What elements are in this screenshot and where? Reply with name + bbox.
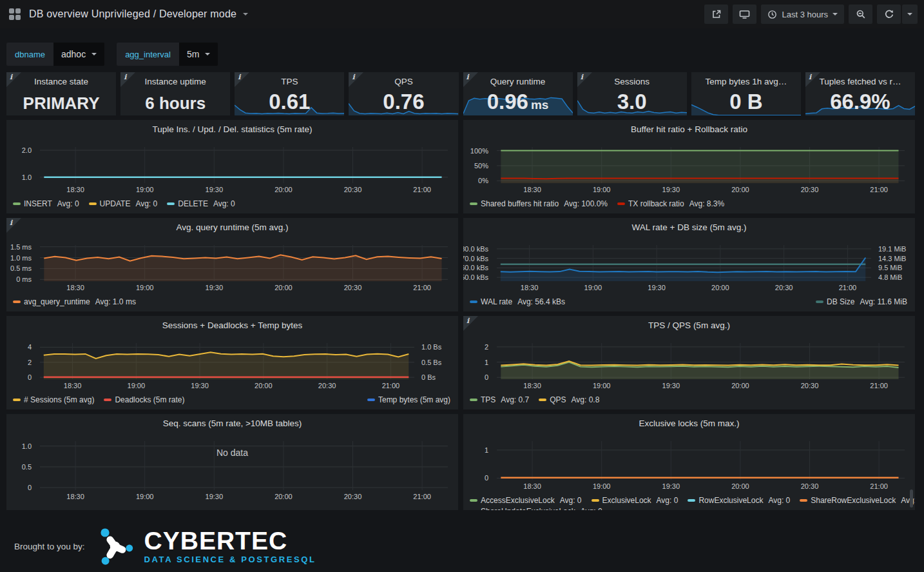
stat-panel: iQPS0.76 [349, 72, 458, 115]
stat-panel-title[interactable]: Instance uptime [120, 77, 230, 86]
chart-panel-title[interactable]: Tuple Ins. / Upd. / Del. statistics (5m … [6, 124, 458, 134]
legend: WAL rateAvg: 56.4 kBs [470, 297, 565, 306]
caret-down-button[interactable] [902, 5, 918, 24]
legend-swatch-icon [13, 399, 21, 401]
legend-series-avg: Avg: 100.0% [564, 199, 608, 208]
x-tick-label: 20:00 [731, 186, 749, 193]
variable-label: dbname [6, 43, 53, 66]
legend-item[interactable]: ShareUpdateExclusiveLockAvg: 0 [470, 507, 602, 510]
x-tick-label: 21:00 [870, 382, 888, 390]
x-tick-label: 21:00 [413, 284, 431, 291]
x-tick-label: 20:30 [344, 284, 362, 291]
chart-panel-title[interactable]: Buffer hit ratio + Rollback ratio [463, 124, 915, 134]
info-icon[interactable]: i [238, 73, 240, 81]
info-corner [120, 72, 135, 87]
stat-panel-title[interactable]: Tuples fetched vs r… [805, 77, 915, 86]
legend-item[interactable]: Temp bytes (5m avg) [367, 395, 450, 404]
legend-item[interactable]: ShareRowExclusiveLockAvg: 0 [800, 496, 915, 505]
tv-button[interactable] [733, 5, 756, 24]
chart-panel: Seq. scans (5m rate, >10MB tables)1.00.5… [6, 414, 458, 510]
info-icon[interactable]: i [124, 73, 126, 81]
chart-panel-title[interactable]: WAL rate + DB size (5m avg.) [463, 222, 915, 232]
legend-item[interactable]: avg_query_runtimeAvg: 1.0 ms [13, 297, 136, 306]
plot-area[interactable] [497, 441, 905, 480]
legend-item[interactable]: TX rollback ratioAvg: 8.3% [617, 199, 724, 208]
info-corner [805, 72, 820, 87]
x-tick-label: 21:00 [413, 186, 431, 193]
brand-name: CYBERTEC [144, 528, 316, 553]
legend-item[interactable]: TPSAvg: 0.7 [470, 395, 529, 404]
info-icon[interactable]: i [10, 219, 12, 227]
info-icon[interactable]: i [467, 317, 469, 325]
legend-item[interactable]: # Sessions (5m avg) [13, 395, 94, 404]
legend-item[interactable]: DELETEAvg: 0 [167, 199, 235, 208]
variable-dbname[interactable]: dbnameadhoc [6, 43, 104, 66]
stat-value: 3.0 [577, 91, 687, 112]
plot-area[interactable] [497, 245, 871, 281]
stat-panel-title[interactable]: Instance state [6, 77, 116, 86]
x-tick-label: 19:30 [206, 493, 224, 500]
legend-scrollbar[interactable] [910, 489, 913, 508]
x-axis: 18:3019:0019:3020:0020:3021:00 [497, 284, 871, 293]
chart-panel-title[interactable]: Seq. scans (5m rate, >10MB tables) [6, 419, 458, 428]
plot-area[interactable] [497, 343, 905, 379]
refresh-button[interactable] [877, 5, 901, 24]
plot-area[interactable] [40, 343, 414, 379]
plot-area[interactable] [40, 147, 448, 183]
legend-item[interactable]: DB SizeAvg: 11.6 MiB [816, 297, 907, 306]
dashboard-title[interactable]: DB overview Unprivileged / Developer mod… [29, 8, 236, 20]
y-tick-label: 4.8 MiB [878, 273, 902, 281]
info-icon[interactable]: i [809, 73, 811, 81]
variable-agg_interval[interactable]: agg_interval5m [117, 43, 218, 66]
y-tick-label: 1 [485, 359, 488, 366]
clock-button[interactable]: Last 3 hours [761, 5, 844, 24]
x-tick-label: 18:30 [66, 186, 84, 193]
top-navbar: DB overview Unprivileged / Developer mod… [0, 0, 924, 28]
legend-item[interactable]: RowExclusiveLockAvg: 0 [688, 496, 790, 505]
chart-panel: iAvg. query runtime (5m avg.)1.5 ms1.0 m… [6, 218, 458, 311]
chart-panel-title[interactable]: Exclusive locks (5m max.) [463, 419, 915, 428]
legend-item[interactable]: AccessExclusiveLockAvg: 0 [470, 496, 582, 505]
info-icon[interactable]: i [10, 73, 12, 81]
legend-item[interactable]: Shared buffers hit ratioAvg: 100.0% [470, 199, 608, 208]
y-tick-label: 100% [470, 147, 488, 155]
x-tick-label: 19:00 [593, 482, 611, 490]
share-button[interactable] [704, 5, 728, 24]
variable-value-dropdown[interactable]: adhoc [53, 43, 104, 66]
info-icon[interactable]: i [352, 73, 354, 81]
legend-swatch-icon [800, 499, 807, 502]
zoom-out-button[interactable] [849, 5, 872, 24]
x-tick-label: 18:30 [523, 482, 541, 490]
stat-panel-title[interactable]: QPS [349, 77, 458, 86]
chart-panel-title[interactable]: TPS / QPS (5m avg.) [463, 321, 915, 330]
x-tick-label: 18:30 [66, 284, 84, 291]
info-icon[interactable]: i [467, 73, 469, 81]
variable-current-value: adhoc [61, 49, 86, 59]
grafana-apps-icon[interactable] [9, 8, 21, 20]
chart-panel-title[interactable]: Sessions + Deadlocks + Temp bytes [6, 321, 458, 330]
legend-item[interactable]: QPSAvg: 0.8 [539, 395, 599, 404]
title-caret-icon[interactable] [243, 13, 248, 15]
legend-item[interactable]: Deadlocks (5m rate) [104, 395, 184, 404]
variable-value-dropdown[interactable]: 5m [179, 43, 218, 66]
legend-swatch-icon [470, 399, 477, 401]
info-corner [235, 72, 249, 87]
legend-item[interactable]: ExclusiveLockAvg: 0 [592, 496, 679, 505]
legend-item[interactable]: INSERTAvg: 0 [13, 199, 79, 208]
legend-item[interactable]: UPDATEAvg: 0 [89, 199, 158, 208]
legend-item[interactable]: WAL rateAvg: 56.4 kBs [470, 297, 565, 306]
stat-panel-title[interactable]: Query runtime [463, 77, 573, 86]
legend-series-name: RowExclusiveLock [698, 496, 763, 505]
legend-series-name: AccessExclusiveLock [481, 496, 555, 505]
info-icon[interactable]: i [581, 73, 583, 81]
stat-panel-title[interactable]: TPS [235, 77, 344, 86]
y-tick-label: 9.5 MiB [878, 264, 902, 271]
chart-panel-title[interactable]: Avg. query runtime (5m avg.) [6, 222, 458, 232]
stat-value: 0.96ms [463, 91, 573, 112]
stat-panel-title[interactable]: Temp bytes 1h avg… [691, 77, 801, 86]
plot-area[interactable] [497, 147, 905, 183]
x-tick-label: 20:00 [255, 382, 273, 390]
plot-area[interactable] [40, 245, 448, 281]
y-tick-label: 14.3 MiB [878, 255, 906, 262]
stat-panel-title[interactable]: Sessions [577, 77, 687, 86]
